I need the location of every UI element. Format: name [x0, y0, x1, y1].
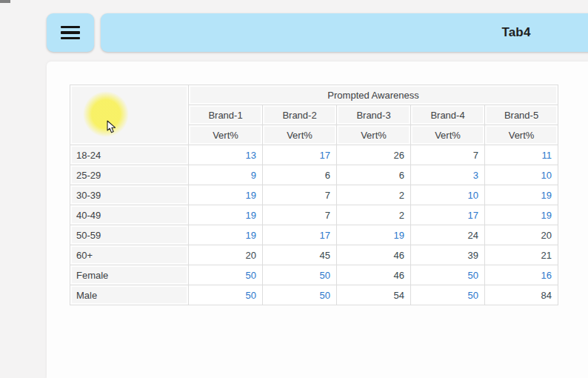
value-cell: 50 — [263, 265, 337, 285]
column-header-brand-3: Brand-3 — [337, 105, 411, 125]
group-header-prompted-awareness: Prompted Awareness — [189, 85, 558, 105]
tab-tab4[interactable]: Tab4 — [101, 13, 588, 52]
value-cell: 19 — [485, 205, 558, 225]
value-cell: 17 — [411, 205, 485, 225]
row-label: 60+ — [70, 245, 189, 265]
value-cell: 11 — [485, 145, 558, 165]
crosstab-table: Prompted Awareness Brand-1 Brand-2 Brand… — [70, 84, 558, 305]
value-cell: 6 — [263, 165, 337, 185]
value-cell: 45 — [263, 245, 337, 265]
stat-header-vert-3: Vert% — [337, 125, 411, 145]
value-cell: 10 — [411, 185, 485, 205]
value-cell: 50 — [189, 285, 263, 305]
value-cell: 20 — [485, 225, 558, 245]
value-cell: 16 — [485, 265, 558, 285]
row-label: Female — [70, 265, 189, 285]
value-cell: 20 — [189, 245, 263, 265]
menu-button[interactable] — [47, 13, 94, 52]
value-cell: 50 — [189, 265, 263, 285]
value-cell: 3 — [411, 165, 485, 185]
value-cell: 39 — [411, 245, 485, 265]
row-label: 30-39 — [70, 185, 189, 205]
row-label: 50-59 — [70, 225, 189, 245]
value-cell: 17 — [263, 225, 337, 245]
content-panel: Prompted Awareness Brand-1 Brand-2 Brand… — [47, 62, 588, 378]
table-row: 60+ 20 45 46 39 21 — [70, 245, 558, 265]
table-row: 30-39 19 7 2 10 19 — [70, 185, 558, 205]
value-cell: 2 — [337, 205, 411, 225]
value-cell: 10 — [485, 165, 558, 185]
value-cell: 7 — [263, 205, 337, 225]
row-label: Male — [70, 285, 189, 305]
value-cell: 7 — [411, 145, 485, 165]
table-row: Female 50 50 46 50 16 — [70, 265, 558, 285]
value-cell: 19 — [189, 185, 263, 205]
value-cell: 7 — [263, 185, 337, 205]
value-cell: 21 — [485, 245, 558, 265]
value-cell: 2 — [337, 185, 411, 205]
value-cell: 6 — [337, 165, 411, 185]
value-cell: 19 — [337, 225, 411, 245]
value-cell: 46 — [337, 245, 411, 265]
value-cell: 54 — [337, 285, 411, 305]
row-label: 25-29 — [70, 165, 189, 185]
stat-header-vert-4: Vert% — [411, 125, 485, 145]
value-cell: 17 — [263, 145, 337, 165]
value-cell: 50 — [411, 265, 485, 285]
table-row: 50-59 19 17 19 24 20 — [70, 225, 558, 245]
window-corner-notch — [0, 0, 10, 3]
value-cell: 84 — [485, 285, 558, 305]
value-cell: 46 — [337, 265, 411, 285]
hamburger-icon — [61, 26, 80, 40]
app-window: Tab4 Prompted Awareness Brand-1 Brand-2 … — [0, 0, 588, 378]
value-cell: 24 — [411, 225, 485, 245]
value-cell: 13 — [189, 145, 263, 165]
table-row: Male 50 50 54 50 84 — [70, 285, 558, 305]
value-cell: 19 — [189, 205, 263, 225]
column-header-brand-1: Brand-1 — [189, 105, 263, 125]
column-header-brand-4: Brand-4 — [411, 105, 485, 125]
column-header-brand-2: Brand-2 — [263, 105, 337, 125]
value-cell: 19 — [189, 225, 263, 245]
row-label: 18-24 — [70, 145, 189, 165]
value-cell: 50 — [411, 285, 485, 305]
table-row: 18-24 13 17 26 7 11 — [70, 145, 558, 165]
corner-cell — [70, 85, 189, 145]
value-cell: 26 — [337, 145, 411, 165]
stat-header-vert-2: Vert% — [263, 125, 337, 145]
column-header-brand-5: Brand-5 — [485, 105, 558, 125]
value-cell: 19 — [485, 185, 558, 205]
value-cell: 50 — [263, 285, 337, 305]
stat-header-vert-5: Vert% — [485, 125, 558, 145]
stat-header-vert-1: Vert% — [189, 125, 263, 145]
table-row: 25-29 9 6 6 3 10 — [70, 165, 558, 185]
table-row: 40-49 19 7 2 17 19 — [70, 205, 558, 225]
value-cell: 9 — [189, 165, 263, 185]
row-label: 40-49 — [70, 205, 189, 225]
tab-label: Tab4 — [501, 25, 530, 40]
